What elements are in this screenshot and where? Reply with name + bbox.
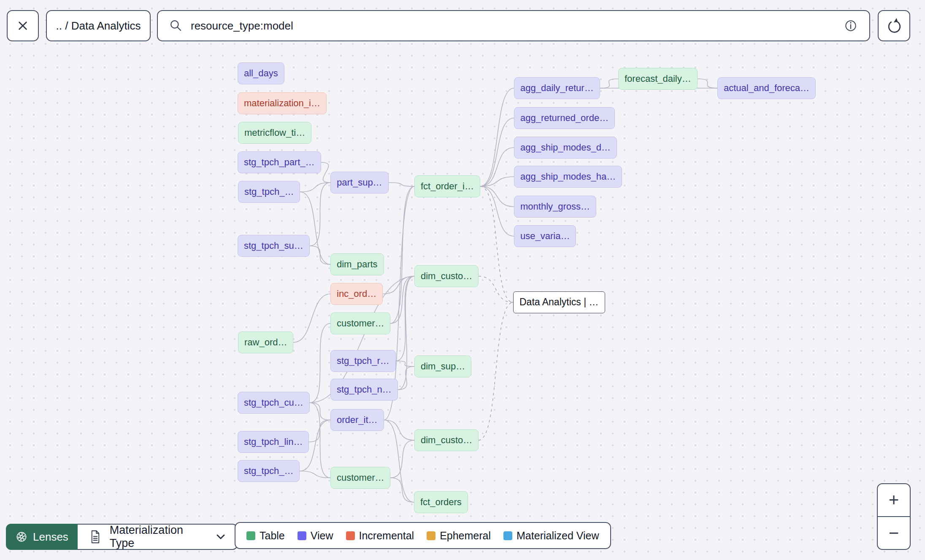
legend: TableViewIncrementalEphemeralMaterialize… xyxy=(235,522,611,549)
edge-customer_2-to-fct_orders xyxy=(390,478,414,502)
zoom-control: + − xyxy=(877,483,911,550)
edge-stg_tpch_n-to-dim_custo_1 xyxy=(398,276,414,390)
edge-dim_custo_2-to-data_analytics xyxy=(479,302,513,440)
edge-customer_1-to-dim_custo_1 xyxy=(390,276,414,323)
edge-customer_2-to-dim_custo_2 xyxy=(390,440,414,478)
edge-stg_tpch_su-to-dim_parts xyxy=(310,246,330,264)
close-icon xyxy=(14,17,31,34)
zoom-in-button[interactable]: + xyxy=(878,484,910,516)
edge-raw_ord-to-inc_ord xyxy=(293,294,330,342)
lens-selector[interactable]: Materialization Type xyxy=(78,524,238,550)
graph-node-agg_returned_orde[interactable]: agg_returned_orde… xyxy=(514,107,615,129)
legend-label: Materialized View xyxy=(517,530,599,542)
search-icon xyxy=(168,18,184,34)
graph-node-stg_tpch_b[interactable]: stg_tpch_… xyxy=(238,460,300,482)
lineage-canvas[interactable]: all_daysmaterialization_i…metricflow_ti…… xyxy=(0,0,925,560)
graph-node-stg_tpch_lin[interactable]: stg_tpch_lin… xyxy=(238,431,309,453)
toolbar: .. / Data Analytics xyxy=(0,0,925,51)
lenses-button[interactable]: Lenses xyxy=(6,524,78,550)
search-bar[interactable] xyxy=(157,10,870,41)
legend-item-table: Table xyxy=(246,530,285,542)
edge-fct_order_i-to-agg_returned_orde xyxy=(480,118,514,186)
graph-node-actual_and_foreca[interactable]: actual_and_foreca… xyxy=(717,77,816,99)
graph-node-order_it[interactable]: order_it… xyxy=(330,409,384,431)
zoom-out-button[interactable]: − xyxy=(878,517,910,549)
graph-node-stg_tpch_part[interactable]: stg_tpch_part_… xyxy=(238,151,321,173)
aperture-icon xyxy=(15,530,28,543)
graph-node-dim_parts[interactable]: dim_parts xyxy=(330,253,384,275)
legend-item-ephemeral: Ephemeral xyxy=(427,530,491,542)
graph-node-agg_ship_modes_ha[interactable]: agg_ship_modes_ha… xyxy=(514,166,622,188)
edge-fct_order_i-to-agg_daily_retur xyxy=(480,88,514,186)
graph-node-metricflow_ti[interactable]: metricflow_ti… xyxy=(238,122,311,144)
graph-node-stg_tpch_su[interactable]: stg_tpch_su… xyxy=(238,235,310,257)
breadcrumb[interactable]: .. / Data Analytics xyxy=(46,10,151,41)
edge-fct_order_i-to-use_varia xyxy=(480,186,514,236)
legend-item-view: View xyxy=(298,530,333,542)
edge-part_sup-to-fct_order_i xyxy=(389,183,414,186)
graph-node-fct_orders[interactable]: fct_orders xyxy=(414,491,468,513)
graph-node-materialization_i[interactable]: materialization_i… xyxy=(238,92,327,114)
lenses-button-label: Lenses xyxy=(33,530,68,544)
graph-node-forecast_daily[interactable]: forecast_daily… xyxy=(618,68,698,90)
close-button[interactable] xyxy=(7,10,39,41)
graph-node-stg_tpch_n[interactable]: stg_tpch_n… xyxy=(330,379,398,401)
graph-node-dim_custo_2[interactable]: dim_custo… xyxy=(414,429,479,451)
legend-label: Table xyxy=(260,530,285,542)
edge-agg_daily_retur-to-forecast_daily xyxy=(600,79,618,88)
edge-stg_tpch_n-to-dim_sup xyxy=(398,366,414,390)
refresh-button[interactable] xyxy=(878,10,910,41)
legend-label: Incremental xyxy=(359,530,414,542)
edge-stg_tpch_cu-to-customer_1 xyxy=(310,323,330,403)
info-icon[interactable] xyxy=(842,17,859,34)
graph-node-raw_ord[interactable]: raw_ord… xyxy=(238,331,293,353)
edge-order_it-to-fct_orders xyxy=(384,420,414,502)
edge-order_it-to-dim_custo_2 xyxy=(384,420,414,440)
edge-dim_custo_1-to-data_analytics xyxy=(479,276,513,302)
legend-swatch xyxy=(346,531,355,540)
edge-forecast_daily-to-actual_and_foreca xyxy=(698,79,717,88)
graph-node-agg_ship_modes_d[interactable]: agg_ship_modes_d… xyxy=(514,137,617,159)
legend-swatch xyxy=(503,531,512,540)
graph-node-monthly_gross[interactable]: monthly_gross… xyxy=(514,196,596,218)
graph-node-part_sup[interactable]: part_sup… xyxy=(330,172,389,194)
graph-node-dim_sup[interactable]: dim_sup… xyxy=(414,355,471,377)
edge-stg_tpch_part-to-part_sup xyxy=(321,162,330,183)
graph-node-fct_order_i[interactable]: fct_order_i… xyxy=(414,175,480,197)
graph-node-stg_tpch_a[interactable]: stg_tpch_… xyxy=(238,181,300,203)
legend-item-incremental: Incremental xyxy=(346,530,414,542)
legend-swatch xyxy=(246,531,255,540)
legend-label: Ephemeral xyxy=(440,530,491,542)
graph-node-data_analytics[interactable]: Data Analytics | … xyxy=(513,291,605,313)
refresh-icon xyxy=(885,16,903,35)
graph-node-customer_2[interactable]: customer… xyxy=(330,467,390,489)
search-input[interactable] xyxy=(191,19,836,32)
lens-selector-value: Materialization Type xyxy=(110,524,208,550)
edge-stg_tpch_cu-to-order_it xyxy=(310,403,330,420)
edge-stg_tpch_r-to-dim_sup xyxy=(396,361,414,366)
graph-node-use_varia[interactable]: use_varia… xyxy=(514,225,576,247)
graph-node-agg_daily_retur[interactable]: agg_daily_retur… xyxy=(514,77,600,99)
graph-node-inc_ord[interactable]: inc_ord… xyxy=(330,283,383,305)
chevron-down-icon xyxy=(215,531,227,543)
graph-node-dim_custo_1[interactable]: dim_custo… xyxy=(414,265,479,287)
graph-node-stg_tpch_cu[interactable]: stg_tpch_cu… xyxy=(238,392,310,414)
lenses-group: Lenses Materialization Type xyxy=(6,524,238,550)
legend-item-materialized-view: Materialized View xyxy=(503,530,599,542)
graph-node-stg_tpch_r[interactable]: stg_tpch_r… xyxy=(330,350,396,372)
legend-label: View xyxy=(311,530,333,542)
graph-node-customer_1[interactable]: customer… xyxy=(330,312,390,334)
edge-fct_order_i-to-data_analytics xyxy=(480,186,513,302)
legend-swatch xyxy=(427,531,435,540)
graph-node-all_days[interactable]: all_days xyxy=(238,62,284,84)
edge-stg_tpch_b-to-customer_2 xyxy=(300,471,330,478)
legend-swatch xyxy=(298,531,306,540)
document-icon xyxy=(88,529,103,544)
